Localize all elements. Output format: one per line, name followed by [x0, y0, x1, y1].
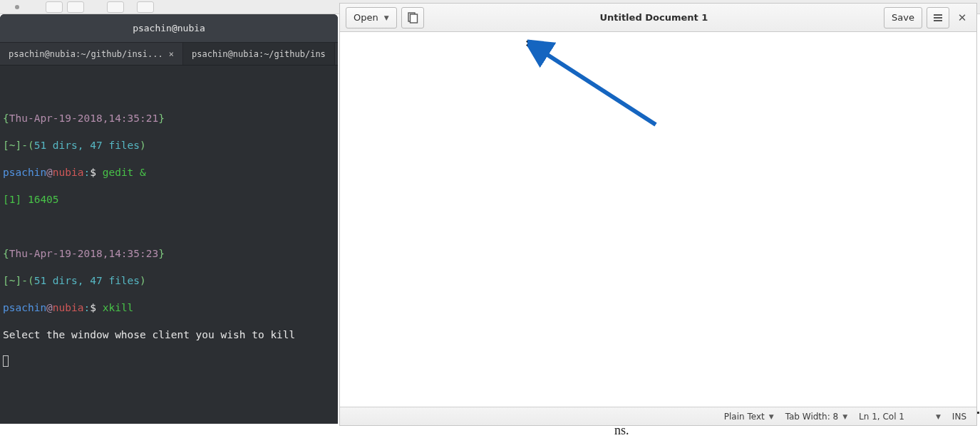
- chevron-down-icon: ▼: [769, 413, 774, 420]
- background-page-text: ns.: [614, 423, 629, 438]
- panel-button: [107, 1, 124, 13]
- svg-rect-1: [410, 14, 417, 23]
- gedit-window: Open ▼ Untitled Document 1 Save: [340, 4, 976, 425]
- headerbar-right: Save ✕: [884, 7, 971, 28]
- status-insert-mode[interactable]: INS: [947, 412, 972, 422]
- panel-button: [46, 1, 63, 13]
- text-editor-area[interactable]: [340, 32, 976, 407]
- headerbar-left: Open ▼: [346, 7, 424, 28]
- terminal-line: [3, 85, 335, 98]
- terminal-title: psachin@nubia: [133, 23, 205, 33]
- xkill-cursor-icon: ✖: [525, 38, 534, 49]
- terminal-line: {Thu-Apr-19-2018,14:35:21}: [3, 112, 335, 125]
- terminal-line: [~]-(51 dirs, 47 files): [3, 139, 335, 152]
- save-button-label: Save: [892, 12, 914, 23]
- status-mode-label: INS: [952, 412, 966, 422]
- background-page-dot: [977, 412, 979, 414]
- close-button[interactable]: ✕: [954, 11, 971, 24]
- status-language[interactable]: Plain Text ▼: [718, 412, 780, 422]
- panel-dot: [15, 5, 19, 9]
- terminal-cursor: [3, 355, 9, 367]
- terminal-line: [1] 16405: [3, 193, 335, 207]
- terminal-line: [3, 220, 335, 234]
- terminal-window: psachin@nubia psachin@nubia:~/github/ins…: [0, 14, 338, 424]
- terminal-line: psachin@nubia:$ gedit &: [3, 166, 335, 179]
- status-position-label: Ln 1, Col 1: [859, 412, 904, 422]
- gedit-headerbar[interactable]: Open ▼ Untitled Document 1 Save: [340, 4, 976, 32]
- close-icon: ✕: [958, 11, 967, 24]
- close-icon[interactable]: ×: [169, 49, 174, 59]
- status-bar: Plain Text ▼ Tab Width: 8 ▼ Ln 1, Col 1 …: [340, 407, 976, 425]
- terminal-titlebar[interactable]: psachin@nubia: [0, 14, 338, 43]
- menu-button[interactable]: [927, 7, 949, 28]
- chevron-down-icon: ▼: [842, 413, 847, 420]
- terminal-tab[interactable]: psachin@nubia:~/github/insi... ×: [0, 43, 183, 65]
- terminal-tab-label: psachin@nubia:~/github/insi...: [9, 49, 163, 59]
- chevron-down-icon: ▼: [384, 14, 389, 21]
- new-tab-button[interactable]: [401, 7, 424, 28]
- panel-button: [67, 1, 84, 13]
- terminal-line: [3, 355, 335, 369]
- status-tabwidth[interactable]: Tab Width: 8 ▼: [780, 412, 853, 422]
- terminal-line: psachin@nubia:$ xkill: [3, 301, 335, 315]
- terminal-line: {Thu-Apr-19-2018,14:35:23}: [3, 247, 335, 261]
- new-document-icon: [407, 12, 418, 24]
- status-tabwidth-label: Tab Width: 8: [785, 412, 838, 422]
- svg-rect-2: [934, 14, 942, 16]
- terminal-tab[interactable]: psachin@nubia:~/github/ins: [183, 43, 335, 65]
- hamburger-icon: [933, 13, 943, 23]
- status-position[interactable]: Ln 1, Col 1 ▼: [853, 412, 947, 422]
- window-title: Untitled Document 1: [428, 12, 880, 23]
- panel-button: [137, 1, 154, 13]
- chevron-down-icon: ▼: [936, 413, 941, 420]
- terminal-tab-label: psachin@nubia:~/github/ins: [192, 49, 326, 59]
- terminal-output[interactable]: {Thu-Apr-19-2018,14:35:21} [~]-(51 dirs,…: [0, 66, 338, 399]
- terminal-tabs: psachin@nubia:~/github/insi... × psachin…: [0, 43, 338, 66]
- svg-rect-4: [934, 20, 942, 21]
- save-button[interactable]: Save: [884, 7, 922, 28]
- terminal-line: [~]-(51 dirs, 47 files): [3, 274, 335, 288]
- status-language-label: Plain Text: [724, 412, 765, 422]
- open-button[interactable]: Open ▼: [346, 7, 397, 28]
- open-button-label: Open: [354, 12, 378, 23]
- terminal-line: Select the window whose client you wish …: [3, 328, 335, 342]
- svg-rect-3: [934, 17, 942, 19]
